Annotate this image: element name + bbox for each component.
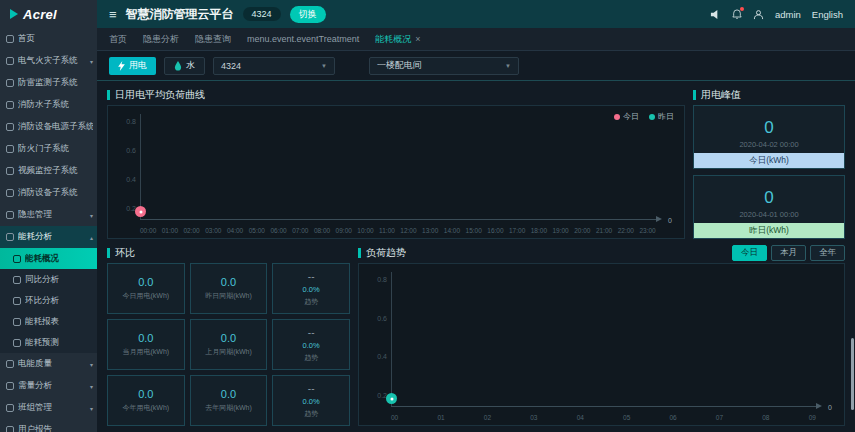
load-trend-header: 负荷趋势 今日 本月 全年 [358,245,845,261]
sidebar-item-fire-equipment[interactable]: 消防设备子系统 [0,182,97,204]
bottom-row: 环比 0.0 今日用电(kWh) 0.0 昨日同期(kWh) -- [107,245,845,426]
legend-label: 昨日 [658,111,674,122]
range-month-button[interactable]: 本月 [771,245,806,261]
x-axis-label: 03:00 [205,227,221,234]
legend-yesterday[interactable]: 昨日 [649,111,674,122]
sidebar-item-energy-forecast[interactable]: 能耗预测 [0,332,97,353]
water-toggle-label: 水 [186,59,195,72]
sidebar-item-hazard-management[interactable]: 隐患管理 ▾ [0,204,97,226]
room-select-value: 一楼配电间 [377,59,422,72]
tab-home[interactable]: 首页 [109,33,127,46]
range-today-button[interactable]: 今日 [732,245,767,261]
sidebar-item-label: 需量分析 [18,380,52,392]
switch-button[interactable]: 切换 [290,6,326,23]
tab-event-treatment[interactable]: menu.event.eventTreatment [247,34,359,44]
electric-toggle-button[interactable]: 用电 [109,57,156,75]
username[interactable]: admin [775,9,801,20]
x-axis-labels: 00:0001:0002:0003:0004:0005:0006:0007:00… [140,227,656,234]
sidebar-item-yoy-analysis[interactable]: 同比分析 [0,269,97,290]
trend-percent: 0.0% [303,397,320,406]
peak-title: 用电峰值 [701,88,741,102]
energy-forecast-icon [13,339,21,347]
sidebar-item-team-management[interactable]: 班组管理 ▾ [0,397,97,419]
sidebar-item-electrical-fire[interactable]: 电气火灾子系统 ▾ [0,50,97,72]
sidebar-item-label: 同比分析 [25,274,59,286]
main-area: 首页 隐患分析 隐患查询 menu.event.eventTreatment 能… [97,28,855,432]
stat-value: 0.0 [138,332,153,344]
energy-report-icon [13,318,21,326]
y-axis-label: 0.8 [365,276,387,283]
chevron-down-icon: ▾ [90,383,93,390]
x-axis-label: 15:00 [466,227,482,234]
sidebar-item-power-quality[interactable]: 电能质量 ▾ [0,353,97,375]
y-axis-ticks: 0.80.60.40.2 [114,118,136,212]
legend-dot-yesterday [649,114,655,120]
sidebar-item-demand-analysis[interactable]: 需量分析 ▾ [0,375,97,397]
sidebar-collapse-icon[interactable]: ≡ [109,7,117,22]
sidebar-item-energy-analysis[interactable]: 能耗分析 ▴ [0,226,97,248]
sidebar-item-label: 班组管理 [18,402,52,414]
chevron-down-icon: ▾ [90,405,93,412]
language-toggle[interactable]: English [812,9,843,20]
sidebar-item-label: 消防水子系统 [18,99,69,111]
legend-dot-today [614,114,620,120]
today-marker-pin[interactable] [135,206,146,217]
sidebar-item-energy-overview[interactable]: 能耗概况 [0,248,97,269]
tab-hazard-query[interactable]: 隐患查询 [195,33,231,46]
stat-value: 0.0 [221,276,236,288]
range-year-button[interactable]: 全年 [810,245,845,261]
load-trend-chart[interactable]: 0.80.60.40.2 0 00010203040506070809 [358,263,845,426]
peak-date: 2020-04-01 00:00 [739,210,798,219]
content: 日用电平均负荷曲线 今日 昨日 [97,81,855,432]
legend-label: 今日 [623,111,639,122]
sidebar-item-fire-door[interactable]: 防火门子系统 [0,138,97,160]
sidebar-item-home[interactable]: 首页 [0,28,97,50]
page-scrollbar[interactable] [851,338,854,410]
sidebar-item-label: 电气火灾子系统 [18,55,78,67]
tab-hazard-analysis[interactable]: 隐患分析 [143,33,179,46]
sidebar-item-equipment-power[interactable]: 消防设备电源子系统 [0,116,97,138]
x-axis-label: 12:00 [400,227,416,234]
trend-percent: 0.0% [303,285,320,294]
yoy-analysis-icon [13,276,21,284]
demand-analysis-icon [6,382,14,390]
peak-card-yesterday: 0 2020-04-01 00:00 昨日(kWh) [693,175,845,239]
sidebar-item-energy-report[interactable]: 能耗报表 [0,311,97,332]
sidebar-item-user-report[interactable]: 用户报告 [0,419,97,432]
tab-label: 隐患分析 [143,33,179,46]
station-select[interactable]: 4324 ▼ [213,57,335,75]
y-axis-label: 0.6 [365,315,387,322]
x-axis-label: 05:00 [249,227,265,234]
x-axis-label: 08 [762,414,769,421]
sidebar-item-fire-water[interactable]: 消防水子系统 [0,94,97,116]
tab-energy-overview[interactable]: 能耗概况 × [375,33,420,46]
y-axis-label: 0.2 [365,392,387,399]
sidebar-item-video-monitor[interactable]: 视频监控子系统 [0,160,97,182]
notification-dot [740,7,744,11]
room-select[interactable]: 一楼配电间 ▼ [369,57,519,75]
close-icon[interactable]: × [415,34,420,44]
x-axis-label: 18:00 [531,227,547,234]
chart-legend[interactable]: 今日 昨日 [614,111,674,122]
sidebar-item-mom-analysis[interactable]: 环比分析 [0,290,97,311]
sidebar-item-lightning-monitor[interactable]: 防雷监测子系统 [0,72,97,94]
chevron-down-icon: ▾ [90,58,93,65]
header-main: ≡ 智慧消防管理云平台 4324 切换 admin English [97,0,855,28]
x-axis-label: 21:00 [596,227,612,234]
trend-marker-pin[interactable] [386,393,397,404]
tab-label: 隐患查询 [195,33,231,46]
ring-compare-grid: 0.0 今日用电(kWh) 0.0 昨日同期(kWh) -- 0.0% 趋势 [107,263,350,426]
x-axis-label: 00 [391,414,398,421]
daily-load-chart[interactable]: 今日 昨日 0.80.60.40.2 0 [107,105,685,239]
trend-percent: 0.0% [303,341,320,350]
section-accent-bar [693,90,696,100]
electric-toggle-label: 用电 [129,59,147,72]
notification-bell-icon[interactable] [732,9,742,20]
sidebar-item-label: 消防设备电源子系统 [18,121,93,133]
legend-today[interactable]: 今日 [614,111,639,122]
water-toggle-button[interactable]: 水 [164,57,205,75]
announcement-icon[interactable] [710,9,721,20]
x-axis-label: 03 [530,414,537,421]
x-axis-label: 13:00 [422,227,438,234]
user-icon[interactable] [753,9,764,20]
